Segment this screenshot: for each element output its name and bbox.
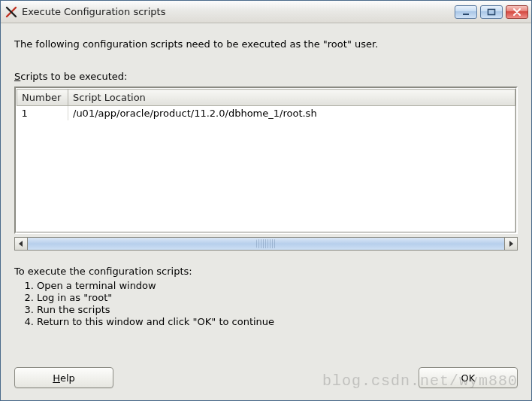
list-item: Return to this window and click "OK" to …: [37, 316, 518, 327]
svg-rect-2: [463, 14, 469, 15]
ok-label: OK: [461, 372, 476, 384]
instructions-list: Open a terminal window Log in as "root" …: [20, 280, 518, 327]
svg-rect-3: [488, 9, 495, 14]
scripts-label: Scripts to be executed:: [14, 71, 518, 82]
minimize-button[interactable]: [455, 5, 477, 19]
scripts-table-frame: Number Script Location 1 /u01/app/oracle…: [14, 87, 518, 234]
instruction-message: The following configuration scripts need…: [14, 38, 518, 50]
titlebar[interactable]: Execute Configuration scripts: [1, 1, 531, 23]
window-controls: [455, 5, 528, 19]
execute-instructions: To execute the configuration scripts: Op…: [14, 266, 518, 328]
table-empty-area: [17, 120, 515, 232]
list-item: Run the scripts: [37, 304, 518, 315]
scroll-track[interactable]: [28, 237, 504, 251]
scripts-label-rest: cripts to be executed:: [20, 71, 127, 82]
list-item: Open a terminal window: [37, 280, 518, 291]
cell-location: /u01/app/oracle/product/11.2.0/dbhome_1/…: [68, 106, 515, 121]
horizontal-scrollbar[interactable]: [14, 237, 518, 251]
col-header-number[interactable]: Number: [17, 90, 68, 106]
help-rest: elp: [60, 372, 75, 384]
col-header-location[interactable]: Script Location: [68, 90, 515, 106]
ok-button[interactable]: OK: [419, 367, 518, 388]
help-mnemonic: H: [53, 372, 60, 384]
window-title: Execute Configuration scripts: [22, 6, 455, 17]
table-row[interactable]: 1 /u01/app/oracle/product/11.2.0/dbhome_…: [17, 106, 515, 121]
help-button[interactable]: Help: [14, 367, 113, 388]
list-item: Log in as "root": [37, 292, 518, 303]
instructions-lead: To execute the configuration scripts:: [14, 266, 518, 277]
scripts-table: Number Script Location 1 /u01/app/oracle…: [17, 89, 515, 232]
scroll-right-button[interactable]: [504, 237, 518, 251]
scroll-grip-icon: [256, 239, 276, 248]
maximize-button[interactable]: [480, 5, 503, 19]
dialog-window: Execute Configuration scripts The follow…: [0, 0, 532, 401]
close-button[interactable]: [506, 5, 528, 19]
cell-number: 1: [17, 106, 68, 121]
scroll-left-button[interactable]: [14, 237, 28, 251]
dialog-body: The following configuration scripts need…: [1, 23, 531, 400]
button-row: Help OK: [14, 354, 518, 388]
app-icon: [5, 6, 17, 18]
